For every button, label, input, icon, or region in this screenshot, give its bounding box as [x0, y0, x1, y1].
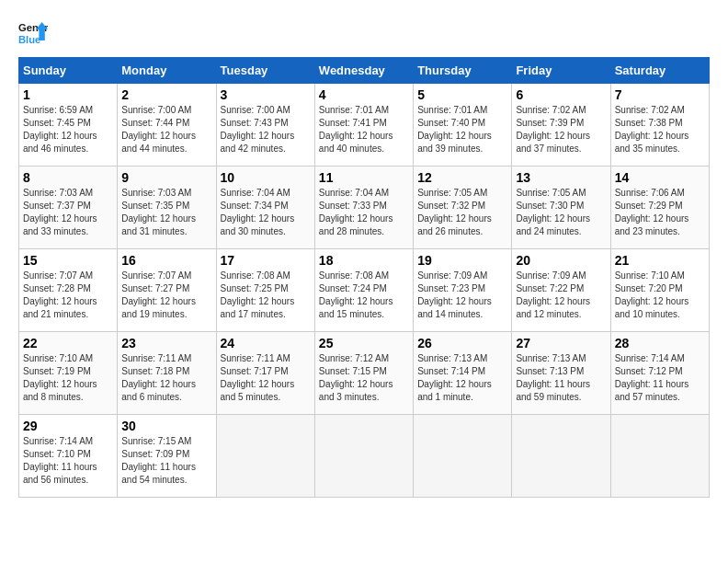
page-header: General Blue [18, 18, 710, 48]
day-number: 18 [319, 253, 409, 268]
day-detail: Sunrise: 7:07 AMSunset: 7:28 PMDaylight:… [23, 270, 97, 319]
day-detail: Sunrise: 7:05 AMSunset: 7:32 PMDaylight:… [417, 188, 492, 236]
day-number: 13 [516, 170, 606, 185]
day-number: 28 [615, 336, 705, 350]
day-detail: Sunrise: 7:02 AMSunset: 7:39 PMDaylight:… [516, 105, 590, 154]
header-saturday: Saturday [610, 58, 709, 84]
calendar-cell: 23 Sunrise: 7:11 AMSunset: 7:18 PMDaylig… [118, 332, 216, 415]
day-detail: Sunrise: 7:15 AMSunset: 7:09 PMDaylight:… [121, 436, 196, 485]
day-detail: Sunrise: 7:04 AMSunset: 7:34 PMDaylight:… [221, 188, 295, 236]
calendar-cell [512, 415, 610, 498]
header-tuesday: Tuesday [216, 58, 314, 84]
calendar-cell: 1 Sunrise: 6:59 AMSunset: 7:45 PMDayligh… [19, 84, 118, 167]
calendar-cell: 7 Sunrise: 7:02 AMSunset: 7:38 PMDayligh… [610, 84, 709, 167]
day-number: 11 [319, 170, 409, 185]
day-number: 7 [615, 87, 705, 102]
day-number: 22 [23, 336, 113, 350]
day-detail: Sunrise: 7:10 AMSunset: 7:20 PMDaylight:… [615, 270, 689, 319]
day-detail: Sunrise: 7:12 AMSunset: 7:15 PMDaylight:… [319, 353, 393, 402]
day-number: 14 [615, 170, 705, 185]
day-detail: Sunrise: 7:13 AMSunset: 7:13 PMDaylight:… [516, 353, 590, 402]
day-detail: Sunrise: 7:08 AMSunset: 7:24 PMDaylight:… [319, 270, 393, 319]
header-monday: Monday [118, 58, 216, 84]
calendar-cell: 28 Sunrise: 7:14 AMSunset: 7:12 PMDaylig… [610, 332, 709, 415]
calendar-cell: 19 Sunrise: 7:09 AMSunset: 7:23 PMDaylig… [414, 249, 512, 332]
day-number: 19 [417, 253, 507, 268]
calendar-cell: 15 Sunrise: 7:07 AMSunset: 7:28 PMDaylig… [19, 249, 118, 332]
day-detail: Sunrise: 7:01 AMSunset: 7:40 PMDaylight:… [417, 105, 492, 154]
day-detail: Sunrise: 7:13 AMSunset: 7:14 PMDaylight:… [417, 353, 492, 402]
week-row-4: 29 Sunrise: 7:14 AMSunset: 7:10 PMDaylig… [19, 415, 710, 498]
calendar-cell: 26 Sunrise: 7:13 AMSunset: 7:14 PMDaylig… [414, 332, 512, 415]
calendar-cell: 6 Sunrise: 7:02 AMSunset: 7:39 PMDayligh… [512, 84, 610, 167]
day-detail: Sunrise: 7:07 AMSunset: 7:27 PMDaylight:… [121, 270, 196, 319]
day-detail: Sunrise: 6:59 AMSunset: 7:45 PMDaylight:… [23, 105, 97, 154]
day-number: 2 [121, 87, 211, 102]
day-number: 8 [23, 170, 113, 185]
header-friday: Friday [512, 58, 610, 84]
header-wednesday: Wednesday [314, 58, 413, 84]
svg-text:Blue: Blue [18, 34, 40, 45]
day-detail: Sunrise: 7:10 AMSunset: 7:19 PMDaylight:… [23, 353, 97, 402]
calendar-cell: 14 Sunrise: 7:06 AMSunset: 7:29 PMDaylig… [610, 167, 709, 249]
calendar-cell [414, 415, 512, 498]
calendar-cell: 18 Sunrise: 7:08 AMSunset: 7:24 PMDaylig… [314, 249, 413, 332]
day-number: 10 [221, 170, 311, 185]
day-detail: Sunrise: 7:01 AMSunset: 7:41 PMDaylight:… [319, 105, 393, 154]
day-detail: Sunrise: 7:14 AMSunset: 7:12 PMDaylight:… [615, 353, 689, 402]
day-number: 1 [23, 87, 113, 102]
calendar-table: SundayMondayTuesdayWednesdayThursdayFrid… [18, 57, 710, 498]
calendar-cell: 3 Sunrise: 7:00 AMSunset: 7:43 PMDayligh… [216, 84, 314, 167]
day-number: 5 [417, 87, 507, 102]
day-number: 15 [23, 253, 113, 268]
calendar-cell: 13 Sunrise: 7:05 AMSunset: 7:30 PMDaylig… [512, 167, 610, 249]
day-number: 16 [121, 253, 211, 268]
day-detail: Sunrise: 7:04 AMSunset: 7:33 PMDaylight:… [319, 188, 393, 236]
calendar-cell: 24 Sunrise: 7:11 AMSunset: 7:17 PMDaylig… [216, 332, 314, 415]
calendar-cell: 4 Sunrise: 7:01 AMSunset: 7:41 PMDayligh… [314, 84, 413, 167]
calendar-cell: 22 Sunrise: 7:10 AMSunset: 7:19 PMDaylig… [19, 332, 118, 415]
day-number: 20 [516, 253, 606, 268]
day-number: 4 [319, 87, 409, 102]
day-detail: Sunrise: 7:11 AMSunset: 7:18 PMDaylight:… [121, 353, 196, 402]
day-detail: Sunrise: 7:08 AMSunset: 7:25 PMDaylight:… [221, 270, 295, 319]
calendar-cell [610, 415, 709, 498]
day-number: 25 [319, 336, 409, 350]
header-thursday: Thursday [414, 58, 512, 84]
calendar-cell: 20 Sunrise: 7:09 AMSunset: 7:22 PMDaylig… [512, 249, 610, 332]
calendar-cell: 21 Sunrise: 7:10 AMSunset: 7:20 PMDaylig… [610, 249, 709, 332]
day-detail: Sunrise: 7:00 AMSunset: 7:44 PMDaylight:… [121, 105, 196, 154]
calendar-cell: 30 Sunrise: 7:15 AMSunset: 7:09 PMDaylig… [118, 415, 216, 498]
day-detail: Sunrise: 7:09 AMSunset: 7:23 PMDaylight:… [417, 270, 492, 319]
day-detail: Sunrise: 7:14 AMSunset: 7:10 PMDaylight:… [23, 436, 97, 485]
day-detail: Sunrise: 7:00 AMSunset: 7:43 PMDaylight:… [221, 105, 295, 154]
calendar-cell: 8 Sunrise: 7:03 AMSunset: 7:37 PMDayligh… [19, 167, 118, 249]
day-detail: Sunrise: 7:03 AMSunset: 7:37 PMDaylight:… [23, 188, 97, 236]
calendar-cell: 27 Sunrise: 7:13 AMSunset: 7:13 PMDaylig… [512, 332, 610, 415]
calendar-cell: 17 Sunrise: 7:08 AMSunset: 7:25 PMDaylig… [216, 249, 314, 332]
week-row-2: 15 Sunrise: 7:07 AMSunset: 7:28 PMDaylig… [19, 249, 710, 332]
day-detail: Sunrise: 7:02 AMSunset: 7:38 PMDaylight:… [615, 105, 689, 154]
logo-icon: General Blue [18, 18, 48, 48]
day-detail: Sunrise: 7:05 AMSunset: 7:30 PMDaylight:… [516, 188, 590, 236]
day-detail: Sunrise: 7:06 AMSunset: 7:29 PMDaylight:… [615, 188, 689, 236]
day-detail: Sunrise: 7:09 AMSunset: 7:22 PMDaylight:… [516, 270, 590, 319]
day-number: 29 [23, 419, 113, 433]
calendar-cell: 2 Sunrise: 7:00 AMSunset: 7:44 PMDayligh… [118, 84, 216, 167]
calendar-header-row: SundayMondayTuesdayWednesdayThursdayFrid… [19, 58, 710, 84]
day-number: 9 [121, 170, 211, 185]
day-number: 30 [121, 419, 211, 433]
day-number: 21 [615, 253, 705, 268]
day-number: 17 [221, 253, 311, 268]
day-number: 27 [516, 336, 606, 350]
calendar-cell: 12 Sunrise: 7:05 AMSunset: 7:32 PMDaylig… [414, 167, 512, 249]
calendar-cell [314, 415, 413, 498]
day-number: 6 [516, 87, 606, 102]
calendar-cell: 29 Sunrise: 7:14 AMSunset: 7:10 PMDaylig… [19, 415, 118, 498]
logo: General Blue [18, 18, 48, 48]
week-row-1: 8 Sunrise: 7:03 AMSunset: 7:37 PMDayligh… [19, 167, 710, 249]
calendar-cell: 11 Sunrise: 7:04 AMSunset: 7:33 PMDaylig… [314, 167, 413, 249]
day-number: 3 [221, 87, 311, 102]
week-row-0: 1 Sunrise: 6:59 AMSunset: 7:45 PMDayligh… [19, 84, 710, 167]
week-row-3: 22 Sunrise: 7:10 AMSunset: 7:19 PMDaylig… [19, 332, 710, 415]
